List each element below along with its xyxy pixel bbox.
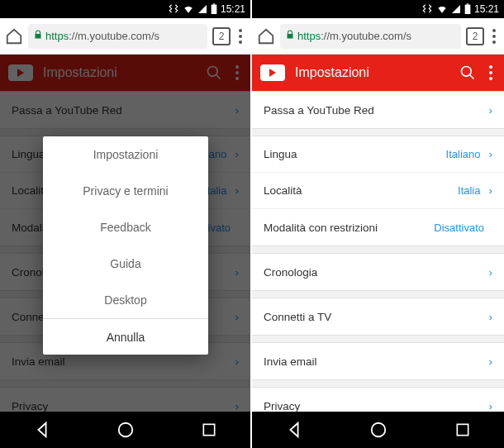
home-icon[interactable]: [5, 27, 23, 45]
svg-point-3: [119, 423, 133, 437]
menu-item-privacy[interactable]: Privacy e termini: [43, 173, 208, 209]
row-restricted[interactable]: Modalità con restrizioniDisattivato: [252, 209, 504, 245]
svg-point-8: [372, 423, 386, 437]
clock: 15:21: [474, 3, 499, 15]
chevron-right-icon: ›: [489, 148, 493, 160]
svg-point-7: [462, 67, 472, 77]
lock-icon: [285, 30, 295, 42]
row-connect-tv[interactable]: Connetti a TV›: [252, 298, 504, 335]
recent-apps-icon[interactable]: [201, 422, 217, 438]
settings-content: Passa a YouTube Red› LinguaItaliano› Loc…: [252, 91, 504, 412]
back-icon[interactable]: [285, 421, 303, 439]
browser-toolbar: https://m.youtube.com/s 2: [0, 18, 250, 55]
status-bar: 15:21: [0, 0, 250, 18]
recent-apps-icon[interactable]: [454, 422, 471, 438]
home-icon[interactable]: [257, 27, 275, 45]
battery-icon: [464, 3, 471, 15]
url-bar[interactable]: https://m.youtube.com/s: [280, 24, 461, 49]
youtube-menu-icon[interactable]: [486, 65, 496, 80]
row-location[interactable]: LocalitàItalia›: [252, 173, 504, 209]
home-nav-icon[interactable]: [369, 421, 388, 439]
wifi-icon: [436, 3, 448, 15]
signal-icon: [197, 4, 207, 14]
row-history[interactable]: Cronologia›: [252, 254, 504, 290]
menu-item-desktop[interactable]: Desktop: [43, 282, 208, 318]
browser-toolbar: https://m.youtube.com/s 2: [252, 18, 504, 55]
chevron-right-icon: ›: [489, 266, 493, 279]
url-text: ://m.youtube.com/s: [69, 30, 159, 42]
menu-item-help[interactable]: Guida: [43, 245, 208, 282]
vibrate-icon: [168, 3, 179, 15]
row-youtube-red[interactable]: Passa a YouTube Red›: [252, 92, 504, 128]
svg-rect-4: [203, 424, 214, 435]
tab-switcher[interactable]: 2: [212, 27, 231, 45]
svg-rect-1: [213, 3, 216, 4]
tab-switcher[interactable]: 2: [466, 27, 484, 45]
svg-rect-6: [467, 3, 469, 4]
phone-left: 15:21 https://m.youtube.com/s 2 Impostaz…: [0, 0, 252, 448]
menu-item-cancel[interactable]: Annulla: [43, 318, 208, 355]
url-text: ://m.youtube.com/s: [321, 30, 411, 42]
android-navbar: [252, 412, 504, 448]
svg-rect-9: [457, 424, 468, 435]
wifi-icon: [183, 3, 194, 15]
options-popup: Impostazioni Privacy e termini Feedback …: [43, 136, 208, 355]
clock: 15:21: [221, 3, 245, 15]
signal-icon: [451, 4, 461, 14]
browser-menu-icon[interactable]: [489, 29, 499, 44]
browser-menu-icon[interactable]: [235, 29, 245, 44]
svg-rect-5: [465, 5, 471, 14]
youtube-logo-icon[interactable]: [260, 64, 285, 81]
url-scheme: https: [45, 30, 69, 42]
phone-right: 15:21 https://m.youtube.com/s 2 Impostaz…: [252, 0, 504, 448]
vibrate-icon: [421, 3, 433, 15]
url-scheme: https: [297, 30, 321, 42]
chevron-right-icon: ›: [489, 184, 493, 197]
android-navbar: [0, 412, 250, 448]
chevron-right-icon: ›: [489, 104, 493, 117]
page-title: Impostazioni: [295, 65, 449, 80]
menu-item-feedback[interactable]: Feedback: [43, 209, 208, 245]
youtube-header: Impostazioni: [252, 55, 504, 91]
chevron-right-icon: ›: [489, 311, 493, 323]
home-nav-icon[interactable]: [116, 421, 135, 439]
back-icon[interactable]: [33, 421, 51, 439]
row-language[interactable]: LinguaItaliano›: [252, 136, 504, 173]
lock-icon: [33, 30, 43, 42]
battery-icon: [211, 3, 217, 15]
status-bar: 15:21: [252, 0, 504, 18]
search-icon[interactable]: [459, 64, 476, 81]
url-bar[interactable]: https://m.youtube.com/s: [28, 24, 207, 49]
svg-rect-0: [212, 5, 217, 14]
row-email[interactable]: Invia email›: [252, 343, 504, 379]
chevron-right-icon: ›: [489, 355, 493, 368]
row-privacy[interactable]: Privacy›: [252, 388, 504, 412]
chevron-right-icon: ›: [489, 400, 493, 412]
menu-item-settings[interactable]: Impostazioni: [43, 136, 208, 173]
